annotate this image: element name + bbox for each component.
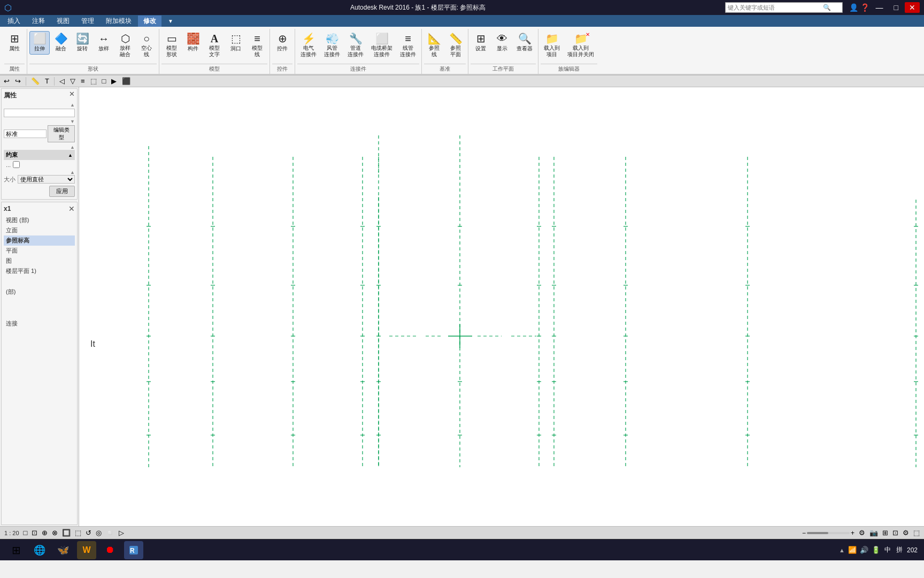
scroll-down-btn[interactable]: ▼ [70, 119, 75, 124]
ribbon-btn-opening[interactable]: ⬚ 洞口 [226, 31, 246, 55]
taskbar-revit[interactable]: R [124, 541, 143, 559]
menu-annotation[interactable]: 注释 [27, 16, 50, 27]
thin-lines-icon[interactable]: ≡ [79, 77, 87, 86]
menu-addins[interactable]: 附加模块 [101, 16, 137, 27]
status-icon-7[interactable]: ↺ [86, 529, 91, 537]
prop-scroll-up-2[interactable]: ▲ [70, 144, 75, 150]
status-icon-6[interactable]: ⬚ [75, 529, 81, 537]
ribbon-btn-show-workplane[interactable]: 👁 显示 [492, 31, 512, 55]
menu-insert[interactable]: 插入 [2, 16, 26, 27]
size-select[interactable]: 使用直径 [18, 175, 75, 184]
taskbar-ie[interactable]: 🌐 [30, 541, 49, 559]
ribbon-btn-control[interactable]: ⊕ 控件 [272, 31, 292, 55]
start-button[interactable]: ⊞ [6, 541, 26, 559]
nav-item-views[interactable]: 视图 (部) [4, 215, 75, 225]
ribbon-btn-model-line[interactable]: ≡ 模型线 [247, 31, 267, 60]
ribbon-btn-conduit-connector[interactable]: ≡ 线管连接件 [397, 31, 419, 60]
tray-network-icon[interactable]: 📶 [848, 546, 857, 554]
nav-item-plan[interactable]: 平面 [4, 246, 75, 256]
hidden-icon[interactable]: ⬚ [89, 77, 98, 86]
ribbon-btn-ref-line[interactable]: 📐 参照线 [424, 31, 444, 60]
ribbon-btn-extrusion[interactable]: ⬜ 拉伸 [29, 31, 50, 55]
view-type-icon[interactable]: □ [24, 529, 28, 537]
search-icon[interactable]: 🔍 [822, 4, 832, 11]
measure-icon[interactable]: 📏 [29, 77, 41, 86]
ribbon-btn-load-close[interactable]: 📁✕ 载入到项目并关闭 [564, 31, 597, 60]
tray-input-icon[interactable]: 拼 [895, 545, 904, 554]
status-icon-8[interactable]: ◎ [96, 529, 102, 537]
ribbon-btn-cable-connector[interactable]: ⬜ 电缆桥架连接件 [368, 31, 396, 60]
ribbon-btn-viewer[interactable]: 🔍 查看器 [513, 31, 536, 55]
constraint-collapse-icon[interactable]: ▲ [68, 153, 73, 158]
ribbon-btn-ref-plane[interactable]: 📏 参照平面 [445, 31, 466, 60]
status-grid-icon[interactable]: ⊞ [882, 529, 888, 537]
nav-item-elevation[interactable]: 立面 [4, 225, 75, 235]
nav-item-drawing[interactable]: 图 [4, 256, 75, 266]
prop-scroll-up-3[interactable]: ▲ [70, 170, 75, 175]
ribbon-btn-sweep[interactable]: ↔ 放样 [94, 31, 114, 55]
zoom-minus-icon[interactable]: − [802, 529, 806, 537]
zoom-plus-icon[interactable]: + [851, 529, 854, 537]
ribbon-btn-set-workplane[interactable]: ⊞ 设置 [471, 31, 491, 55]
constraint-section-header[interactable]: 约束 ▲ [4, 150, 75, 160]
sub-panel-close-button[interactable]: ✕ [68, 204, 75, 213]
status-snapshot-icon[interactable]: 📷 [869, 529, 878, 537]
zoom-slider[interactable]: − + [802, 529, 854, 537]
apply-button[interactable]: 应用 [49, 186, 75, 197]
menu-modify[interactable]: 修改 [138, 16, 161, 27]
ribbon-btn-load-project[interactable]: 📁 载入到项目 [541, 31, 563, 60]
menu-manage[interactable]: 管理 [76, 16, 99, 27]
properties-panel-close[interactable]: ✕ [69, 90, 75, 98]
status-icon-4[interactable]: ⊗ [52, 529, 58, 537]
select-all-icon[interactable]: □ [101, 77, 108, 86]
ribbon-btn-void[interactable]: ○ 空心线 [136, 31, 157, 60]
scroll-up-btn[interactable]: ▲ [70, 102, 75, 108]
taskbar-wps[interactable]: W [77, 541, 96, 559]
tray-ime-icon[interactable]: 中 [883, 545, 892, 554]
tag-icon[interactable]: T [43, 77, 51, 86]
zoom-track[interactable] [807, 532, 850, 534]
search-type-input[interactable] [4, 109, 75, 117]
tray-volume-icon[interactable]: 🔊 [860, 546, 868, 554]
ribbon-btn-elec-connector[interactable]: ⚡ 电气连接件 [297, 31, 320, 60]
menu-extra[interactable]: ▼ [163, 16, 179, 26]
redo-icon[interactable]: ↪ [13, 77, 22, 86]
tray-time[interactable]: 202 [907, 546, 918, 554]
canvas-area[interactable]: It [79, 87, 924, 526]
taskbar-record[interactable]: ⏺ [101, 541, 120, 559]
maximize-button[interactable]: □ [890, 2, 903, 13]
ribbon-btn-swept-blend[interactable]: ⬡ 放样融合 [115, 31, 135, 60]
ribbon-btn-duct-connector[interactable]: 💨 风管连接件 [321, 31, 343, 60]
tray-expand-icon[interactable]: ▲ [839, 547, 845, 553]
edit-type-button[interactable]: 编辑类型 [48, 125, 75, 142]
status-icon-9[interactable]: ◽ [106, 529, 114, 537]
view-perspective-icon[interactable]: ⊡ [32, 529, 37, 537]
ribbon-btn-revolve[interactable]: 🔄 旋转 [72, 31, 93, 55]
ribbon-btn-model-shape[interactable]: ▭ 模型形状 [161, 31, 182, 60]
status-display-icon[interactable]: ⊡ [892, 529, 898, 537]
search-box[interactable]: 🔍 [725, 2, 843, 13]
status-icon-3[interactable]: ⊕ [42, 529, 48, 537]
nav-item-ref-level[interactable]: 参照标高 [4, 235, 75, 246]
help-icon[interactable]: ❓ [860, 3, 869, 12]
tray-battery-icon[interactable]: 🔋 [872, 546, 880, 554]
status-close-icon[interactable]: ⬚ [913, 529, 920, 537]
undo-icon[interactable]: ↩ [2, 77, 11, 86]
left-arrow-icon[interactable]: ◁ [58, 77, 66, 86]
nav-item-floor-plan[interactable]: 楼层平面 1) [4, 266, 75, 276]
minimize-button[interactable]: — [872, 2, 888, 13]
status-gear-icon[interactable]: ⚙ [903, 529, 909, 537]
select-chain-icon[interactable]: ▶ [110, 77, 118, 86]
down-arrow-icon[interactable]: ▽ [68, 77, 77, 86]
ribbon-btn-model-text[interactable]: A 模型文字 [204, 31, 225, 60]
constraint-checkbox[interactable] [13, 161, 20, 168]
ribbon-btn-blend[interactable]: 🔷 融合 [51, 31, 71, 55]
taskbar-edge[interactable]: 🦋 [53, 541, 73, 559]
user-icon[interactable]: 👤 [849, 3, 858, 12]
type-name-input[interactable] [4, 130, 47, 138]
ribbon-btn-properties[interactable]: ⊞ 属性 [4, 31, 25, 55]
status-settings-icon[interactable]: ⚙ [859, 529, 865, 537]
status-icon-5[interactable]: 🔲 [62, 529, 71, 537]
menu-view[interactable]: 视图 [51, 16, 75, 27]
select-faces-icon[interactable]: ⬛ [120, 77, 132, 86]
